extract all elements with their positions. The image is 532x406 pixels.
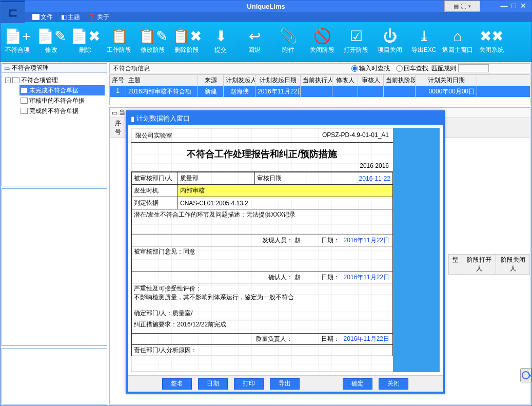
work-icon: 📋	[110, 29, 128, 44]
main-grid[interactable]: 序号 主题 来源 计划发起人 计划发起日期 当前执行人 修改人 审核人 当前执阶…	[109, 74, 530, 105]
date-button[interactable]: 日期	[198, 378, 228, 390]
radio-type-search[interactable]: 输入时查找	[348, 64, 393, 73]
sign-button[interactable]: 签名	[162, 378, 192, 390]
qm-date[interactable]: 2016年11月22日	[344, 335, 389, 342]
menu-file[interactable]: 文件	[29, 12, 56, 23]
tool-label: 删除阶段	[174, 46, 199, 54]
val-audit-date[interactable]: 2016-11-22	[359, 175, 390, 182]
dialog-icon: ▮	[131, 115, 134, 123]
tool-prjclose[interactable]: ⏻项目关闭	[373, 22, 407, 62]
menu-bar: 文件 ◧主题 ❓关于	[1, 12, 531, 22]
about-icon: ❓	[88, 13, 96, 21]
theme-icon: ◧	[61, 13, 67, 21]
tool-submit[interactable]: ⬇提交	[204, 22, 238, 62]
qm-name[interactable]	[294, 335, 301, 342]
dialog-titlebar[interactable]: ▮ 计划数据输入窗口	[128, 112, 443, 125]
tool-exit[interactable]: ✖✖关闭系统	[475, 22, 508, 62]
val-timing[interactable]: 内部审核	[178, 185, 393, 197]
severity-section[interactable]: 严重性及可接受性评价： 不影响检测质量，其不影响到体系运行，鉴定为一般不符合	[131, 283, 393, 303]
tree-root[interactable]: - 不符合项管理	[5, 75, 105, 85]
tree-item[interactable]: 完成的不符合单据	[19, 106, 105, 116]
tool-back[interactable]: ↩回退	[238, 22, 271, 62]
side-float-button[interactable]	[520, 368, 531, 382]
dialog-footer: 签名 日期 打印 导出 确定 关闭	[128, 375, 443, 392]
exit-icon: ✖✖	[480, 29, 503, 44]
delph-icon: 📋✖	[172, 29, 202, 44]
grid-header: 序号 主题 来源 计划发起人 计划发起日期 当前执行人 修改人 审核人 当前执阶…	[110, 75, 530, 86]
desc-section[interactable]: 潜在/发生不符合工作的环节及问题描述：无法提供XXX记录	[131, 209, 393, 235]
tool-home[interactable]: ⌂返回主窗口	[441, 22, 475, 62]
dialog-title: 计划数据输入窗口	[136, 114, 190, 123]
tool-delph[interactable]: 📋✖删除阶段	[170, 22, 204, 62]
tool-label: 删除	[79, 46, 91, 54]
title-grid-widget[interactable]: ▦ ⛶ ▾	[444, 1, 480, 12]
tree-root-label: 不符合项管理	[21, 75, 58, 85]
tool-label: 修改阶段	[141, 46, 165, 54]
tree-item[interactable]: 未完成不符合单据	[19, 85, 105, 95]
dialog-close-button[interactable]: 关闭	[379, 378, 408, 390]
tool-work[interactable]: 📋工作阶段	[102, 22, 136, 62]
confirm-date[interactable]: 2016年11月22日	[344, 274, 389, 281]
openph-icon: ☑	[350, 29, 363, 44]
ok-button[interactable]: 确定	[343, 378, 372, 390]
minimize-button[interactable]: —	[501, 2, 508, 10]
menu-theme[interactable]: ◧主题	[58, 12, 83, 23]
closeph-icon: 🚫	[313, 29, 331, 44]
val-basis[interactable]: CNAS-CL01:2005 4.13.2	[178, 197, 393, 209]
confirm-person[interactable]: 赵	[294, 274, 301, 281]
panel-icon: ▭	[4, 65, 10, 72]
tree-item[interactable]: 审核中的不符合单据	[19, 95, 105, 106]
tree-expand-icon[interactable]: -	[5, 78, 11, 83]
prjclose-icon: ⏻	[383, 29, 397, 44]
confirm-dept[interactable]: 确定部门/人：质量室/	[131, 303, 393, 319]
tool-openph[interactable]: ☑打开阶段	[339, 22, 373, 62]
tool-label: 修改	[45, 46, 57, 54]
val-audited-dept[interactable]: 质量部	[178, 172, 255, 185]
tree-item-label: 完成的不符合单据	[29, 106, 78, 116]
menu-about[interactable]: ❓关于	[85, 12, 112, 23]
lower-col-idx: 序号	[110, 118, 126, 138]
tool-delete[interactable]: 📄✖删除	[68, 22, 102, 62]
submit-icon: ⬇	[215, 29, 227, 44]
confirm-row: 确认人： 赵 日期： 2016年11月22日	[131, 272, 393, 283]
resp-section[interactable]: 责任部门/人分析原因：	[131, 345, 393, 356]
tree-item-label: 审核中的不符合单据	[29, 95, 85, 106]
lower-bar-label: 当	[119, 108, 125, 117]
tool-label: 提交	[214, 46, 227, 54]
dialog-side-panel	[393, 128, 440, 372]
tool-export[interactable]: ⤓导出EXC	[407, 22, 441, 62]
discoverer-name[interactable]: 赵	[294, 237, 301, 244]
lower-grid-peek: 型 阶段打开人 阶段关闭人	[448, 254, 530, 275]
print-button[interactable]: 打印	[234, 378, 264, 390]
tree-panel-header: ▭ 不符合项管理	[2, 64, 107, 73]
close-button[interactable]: ✕	[520, 2, 526, 10]
grid-row[interactable]: 1 2016内部审核不符合项 新建 赵海侠 2016年11月22日 0000年0…	[110, 86, 530, 97]
export-button[interactable]: 导出	[270, 378, 300, 390]
radio-enter-search[interactable]: 回车查找	[393, 64, 431, 73]
lbl-audited-dept: 被审核部门/人	[132, 172, 178, 185]
tool-attach[interactable]: 📎附件	[271, 22, 305, 62]
severity-label: 严重性及可接受性评价：	[134, 285, 202, 292]
lbl-audit-date: 审核日期	[255, 172, 306, 185]
tool-closeph[interactable]: 🚫关闭阶段	[305, 22, 339, 62]
tool-label: 关闭系统	[479, 46, 504, 54]
tool-editph[interactable]: 📋✎修改阶段	[136, 22, 170, 62]
opinion-section[interactable]: 被审核部门意见：同意	[131, 246, 393, 272]
plan-data-dialog: ▮ 计划数据输入窗口 限公司实验室 OPSZ-PD-4.9-01-01_A1 不…	[126, 110, 445, 394]
attach-icon: 📎	[280, 29, 298, 44]
info-bar-label: 不符合项信息	[110, 64, 153, 73]
tool-ncr[interactable]: 📄+不符合项	[1, 22, 34, 62]
file-icon	[32, 14, 40, 20]
edit-icon: 📄✎	[36, 29, 66, 44]
app-logo: ⊏	[1, 1, 25, 23]
form-doc-code: OPSZ-PD-4.9-01-01_A1	[322, 131, 389, 140]
maximize-button[interactable]: □	[512, 2, 516, 10]
tool-label: 导出EXC	[411, 46, 437, 54]
discoverer-row: 发现人员： 赵 日期： 2016年11月22日	[131, 235, 393, 246]
match-rule-input[interactable]	[458, 64, 489, 72]
main-toolbar: 📄+不符合项📄✎修改📄✖删除📋工作阶段📋✎修改阶段📋✖删除阶段⬇提交↩回退📎附件…	[1, 22, 531, 62]
correction-section[interactable]: 纠正措施要求：2016/12/22前完成	[131, 319, 393, 334]
tool-edit[interactable]: 📄✎修改	[34, 22, 68, 62]
tool-label: 关闭阶段	[310, 46, 334, 54]
discoverer-date[interactable]: 2016年11月22日	[344, 237, 389, 244]
